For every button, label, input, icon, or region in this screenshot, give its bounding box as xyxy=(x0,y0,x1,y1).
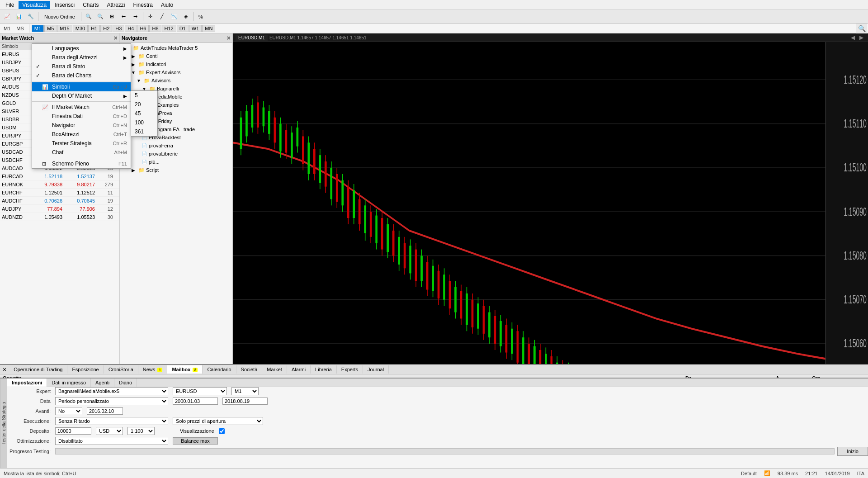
leverage-select[interactable]: 1:100 xyxy=(127,427,155,435)
bottom-tab-experts[interactable]: Experts xyxy=(337,365,363,374)
tester-tab-diario[interactable]: Diario xyxy=(114,379,137,387)
menu-attrezzi[interactable]: Attrezzi xyxy=(104,1,129,9)
tf-w1[interactable]: W1 xyxy=(189,25,202,32)
tf-mn[interactable]: MN xyxy=(202,25,215,32)
menu-navigator[interactable]: Navigator Ctrl+N xyxy=(32,121,131,130)
tf-h1[interactable]: H1 xyxy=(88,25,100,32)
market-watch-close[interactable]: × xyxy=(114,34,118,42)
tester-tab-impostazioni[interactable]: Impostazioni xyxy=(7,379,47,387)
toolbar-zoom-out[interactable]: 🔍 xyxy=(95,12,106,22)
nav-advisors[interactable]: ▼ Advisors xyxy=(121,76,231,85)
date-from-input[interactable] xyxy=(173,398,218,405)
dom-sub-20[interactable]: 20 xyxy=(131,100,157,109)
mw-row-16[interactable]: EURNOK 9.79338 9.80217 279 xyxy=(0,180,119,189)
menu-terster[interactable]: Terster Strategia Ctrl+R xyxy=(32,139,131,148)
tf-m15[interactable]: M15 xyxy=(57,25,72,32)
chart-next-btn[interactable]: ▶ xyxy=(858,34,865,41)
toolbar-scroll-left[interactable]: ⬅ xyxy=(118,12,129,22)
balance-max-button[interactable]: Balance max xyxy=(173,437,218,445)
tf-m30[interactable]: M30 xyxy=(73,25,88,32)
strategy-tester-label[interactable]: Tester della Strategia xyxy=(0,379,7,468)
bottom-tab-esposizione[interactable]: Esposizione xyxy=(67,365,104,374)
menu-barra-charts[interactable]: ✓ Barra dei Charts xyxy=(32,71,131,80)
symbol-select[interactable]: EURUSD xyxy=(173,387,227,395)
menu-boxattrezzi[interactable]: BoxAttrezzi Ctrl+T xyxy=(32,130,131,139)
inizio-button[interactable]: Inizio xyxy=(837,447,868,456)
nav-expert-advisors[interactable]: ▼ Expert Advisors xyxy=(121,68,231,76)
menu-chat[interactable]: Chat' Alt+M xyxy=(32,148,131,157)
toolbar-btn2[interactable]: 📊 xyxy=(14,12,24,22)
toolbar-new-chart[interactable]: 📈 xyxy=(2,12,13,22)
menu-languages[interactable]: Languages ▶ xyxy=(32,44,131,53)
dom-sub-361[interactable]: 361 xyxy=(131,127,157,136)
menu-inserisci[interactable]: Inserisci xyxy=(51,1,78,9)
tf-h12[interactable]: H12 xyxy=(162,25,176,32)
nav-provalib[interactable]: provaLibrerie xyxy=(121,150,231,158)
chart-prev-btn[interactable]: ◀ xyxy=(849,34,857,41)
timeframe-select[interactable]: M1 xyxy=(231,387,259,395)
tf-h3[interactable]: H3 xyxy=(113,25,124,32)
dom-sub-100[interactable]: 100 xyxy=(131,118,157,127)
navigator-close[interactable]: × xyxy=(227,34,231,42)
mw-row-17[interactable]: EURCHF 1.12501 1.12512 11 xyxy=(0,189,119,197)
menu-simboli[interactable]: 📊 Simboli Ctrl+U xyxy=(32,82,131,91)
toolbar-indicator[interactable]: 📉 xyxy=(169,12,179,22)
menu-charts[interactable]: Charts xyxy=(79,1,102,9)
tf-m5[interactable]: M5 xyxy=(44,25,57,32)
menu-schermo-pieno[interactable]: ⊞ Schermo Pieno F11 xyxy=(32,159,131,168)
bottom-tab-market[interactable]: Market xyxy=(262,365,287,374)
menu-visualizza[interactable]: Visualizza xyxy=(19,1,50,9)
nav-script[interactable]: ▶ Script xyxy=(121,166,231,174)
toolbar-objects[interactable]: ◈ xyxy=(180,12,191,22)
toolbar-zoom-in[interactable]: 🔍 xyxy=(83,12,94,22)
menu-barra-stato[interactable]: ✓ Barra di Stato xyxy=(32,62,131,71)
bottom-tab-news[interactable]: News 1 xyxy=(138,365,168,374)
tester-tab-agenti[interactable]: Agenti xyxy=(91,379,114,387)
currency-select[interactable]: USD xyxy=(96,427,123,435)
dom-sub-5[interactable]: 5 xyxy=(131,91,157,100)
tf-h2[interactable]: H2 xyxy=(100,25,112,32)
menu-depth-of-market[interactable]: Depth Of Market ▶ 5 20 45 100 361 xyxy=(32,91,131,100)
mw-row-19[interactable]: AUDJPY 77.894 77.906 12 xyxy=(0,205,119,213)
avanti-date-input[interactable] xyxy=(87,407,123,415)
tf-h6[interactable]: H6 xyxy=(137,25,149,32)
tf-m1[interactable]: M1 xyxy=(32,25,44,32)
new-order-button[interactable]: Nuovo Ordine xyxy=(40,12,79,22)
deposito-input[interactable] xyxy=(55,427,91,435)
prices-select[interactable]: Solo prezzi di apertura xyxy=(173,417,263,425)
bottom-tab-libreria[interactable]: Libreria xyxy=(311,365,337,374)
nav-provaferra[interactable]: provaFerra xyxy=(121,142,231,150)
toolbar-scroll-right[interactable]: ➡ xyxy=(130,12,141,22)
toolbar-fit[interactable]: ⊞ xyxy=(107,12,118,22)
visualizzazione-checkbox[interactable] xyxy=(219,428,225,434)
tf-h8[interactable]: H8 xyxy=(149,25,161,32)
toolbar-crosshair[interactable]: ✛ xyxy=(145,12,156,22)
menu-file[interactable]: File xyxy=(2,1,18,9)
tf-h4[interactable]: H4 xyxy=(125,25,137,32)
toolbar-line[interactable]: ╱ xyxy=(157,12,168,22)
mw-row-20[interactable]: AUDNZD 1.05493 1.05523 30 xyxy=(0,213,119,221)
menu-finestra[interactable]: Finestra xyxy=(130,1,156,9)
toolbar-percent[interactable]: % xyxy=(195,12,206,22)
menu-barra-attrezzi[interactable]: Barra degli Attrezzi ▶ xyxy=(32,53,131,62)
toolbar-btn3[interactable]: 🔧 xyxy=(25,12,36,22)
data-select[interactable]: Periodo personalizzato xyxy=(55,397,168,405)
bottom-tab-societa[interactable]: Società xyxy=(236,365,263,374)
expert-select[interactable]: Bagnarelli\MediaMobile.ex5 xyxy=(55,387,168,395)
menu-market-watch[interactable]: 📈 Il Market Watch Ctrl+M xyxy=(32,103,131,112)
bottom-tab-journal[interactable]: Journal xyxy=(363,365,389,374)
nav-conti[interactable]: ▶ Conti xyxy=(121,52,231,60)
mw-row-18[interactable]: AUDCHF 0.70626 0.70645 19 xyxy=(0,197,119,205)
nav-piu[interactable]: più... xyxy=(121,158,231,166)
ottimizzazione-select[interactable]: Disabilitato xyxy=(55,437,168,445)
nav-indicatori[interactable]: ▶ Indicatori xyxy=(121,60,231,68)
bottom-close-btn[interactable]: × xyxy=(0,365,9,374)
avanti-select[interactable]: No xyxy=(55,407,82,415)
menu-aiuto[interactable]: Aiuto xyxy=(157,1,177,9)
tf-d1[interactable]: D1 xyxy=(177,25,189,32)
nav-root[interactable]: ▼ ActivTrades MetaTrader 5 xyxy=(121,44,231,52)
bottom-tab-operazione[interactable]: Operazione di Trading xyxy=(9,365,67,374)
bottom-tab-calendario[interactable]: Calendario xyxy=(203,365,236,374)
search-icon[interactable]: 🔍 xyxy=(856,24,867,33)
tester-tab-dati[interactable]: Dati in ingresso xyxy=(47,379,91,387)
